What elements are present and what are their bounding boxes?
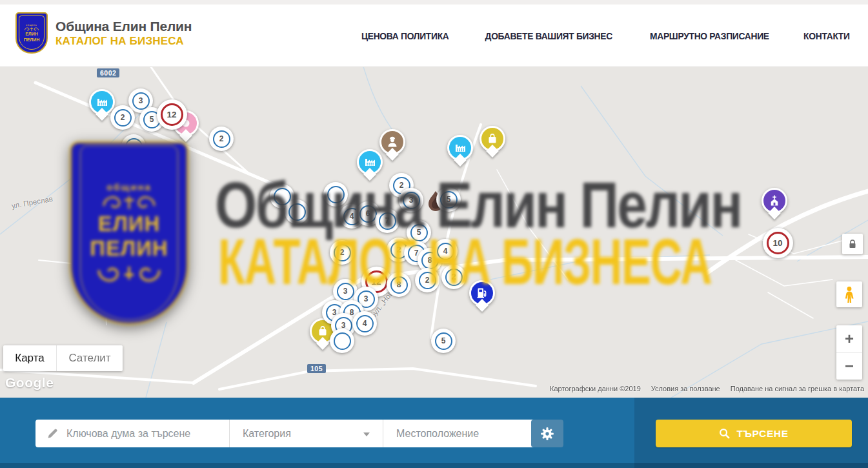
cluster-count: 2 (445, 269, 463, 286)
search-button[interactable]: ТЪРСЕНЕ (656, 420, 852, 447)
map-cluster[interactable]: 8 (387, 272, 411, 297)
site-subtitle: КАТАЛОГ НА БИЗНЕСА (56, 36, 192, 48)
search-panel: Категория Местоположение (0, 398, 868, 468)
factory-icon (453, 141, 467, 155)
search-bar: Категория Местоположение (35, 420, 560, 447)
map-cluster[interactable]: 12 (157, 99, 187, 130)
lock-icon (847, 238, 858, 250)
site-title: Община Елин Пелин (56, 19, 192, 34)
fuel-pump-icon (475, 286, 489, 300)
map[interactable]: ул. Преславбул. „Новосел 6002105 (0, 66, 868, 398)
header: община ЕЛИН ПЕЛИН Община Елин Пелин КАТА… (0, 5, 868, 67)
nav-item-contacts[interactable]: КОНТАКТИ (803, 30, 850, 41)
cluster-count: 2 (114, 109, 132, 127)
cluster-count (125, 138, 143, 156)
cluster-count: 7 (379, 212, 396, 230)
factory-icon (95, 95, 109, 109)
map-cluster[interactable]: 2 (209, 127, 234, 151)
map-cluster[interactable]: 5 (436, 187, 461, 212)
worker-icon (385, 135, 399, 149)
cluster-count: 10 (767, 232, 789, 254)
road-badge: 6002 (97, 68, 119, 77)
keyword-section (35, 420, 230, 447)
factory-pin[interactable] (357, 149, 383, 175)
cluster-count: 4 (356, 315, 374, 332)
map-cluster[interactable]: 3 (399, 188, 423, 212)
shopping-bag-pin[interactable] (479, 126, 505, 152)
map-cluster[interactable]: 4 (352, 311, 377, 336)
cluster-count: 6 (359, 205, 377, 223)
map-cluster[interactable] (330, 329, 354, 353)
map-cluster[interactable] (323, 182, 348, 207)
search-icon (719, 428, 730, 439)
cluster-count: 5 (440, 191, 458, 209)
cluster-count: 3 (337, 283, 354, 300)
map-cluster[interactable]: 2 (330, 240, 354, 265)
road-badge: 105 (307, 364, 326, 373)
cluster-count: 12 (161, 103, 183, 126)
category-select[interactable]: Категория (230, 420, 383, 447)
map-type-map-button[interactable]: Карта (3, 345, 57, 371)
map-cluster[interactable]: 4 (433, 239, 458, 263)
cluster-count (288, 203, 306, 221)
pegman-button[interactable] (836, 281, 862, 307)
fuel-pump-pin[interactable] (469, 280, 495, 306)
nav-item-pricing[interactable]: ЦЕНОВА ПОЛИТИКА (361, 30, 449, 41)
cluster-count: 2 (334, 244, 351, 261)
search-input[interactable] (65, 427, 229, 440)
map-cluster[interactable] (121, 134, 146, 159)
factory-pin[interactable] (447, 135, 473, 161)
crest-logo-icon: община ЕЛИН ПЕЛИН (15, 12, 48, 54)
map-cluster[interactable]: 5 (431, 329, 456, 353)
top-strip (0, 0, 868, 5)
cluster-count: 3 (132, 92, 150, 110)
bottom-shade (0, 463, 868, 468)
nav-item-add-business[interactable]: ДОБАВЕТЕ ВАШИЯТ БИЗНЕС (485, 30, 612, 41)
zoom-out-button[interactable]: − (836, 353, 862, 380)
cluster-count: 5 (410, 224, 428, 241)
location-select-value: Местоположение (396, 428, 479, 440)
nav-item-route-schedule[interactable]: МАРШРУТНО РАЗПИСАНИЕ (650, 30, 769, 41)
factory-pin[interactable] (89, 89, 115, 115)
attribution-terms-link[interactable]: Условия за ползване (651, 385, 720, 392)
google-logo[interactable]: Google (5, 375, 54, 391)
ornament-icon (23, 26, 40, 32)
attribution-report-link[interactable]: Подаване на сигнал за грешка в картата (731, 385, 864, 392)
map-attribution: Картографски данни ©2019 Условия за полз… (550, 385, 864, 392)
zoom-control: + − (836, 325, 862, 380)
cluster-count: 8 (390, 276, 408, 294)
search-button-label: ТЪРСЕНЕ (736, 428, 788, 440)
map-cluster[interactable]: 2 (441, 265, 466, 289)
cluster-count (334, 332, 351, 350)
zoom-in-button[interactable]: + (836, 325, 862, 353)
pencil-icon (46, 427, 59, 440)
category-select-value: Категория (243, 428, 291, 440)
logo-text: Община Елин Пелин КАТАЛОГ НА БИЗНЕСА (56, 19, 192, 48)
church-icon (767, 194, 782, 208)
map-cluster[interactable]: 7 (375, 209, 399, 233)
cluster-count (327, 186, 345, 203)
church-pin[interactable] (762, 188, 787, 214)
crest-name-1: ЕЛИН (25, 32, 38, 37)
crest-top-label: община (26, 23, 37, 26)
cluster-count: 3 (403, 192, 420, 209)
map-cluster[interactable]: 2 (110, 105, 135, 130)
pegman-icon (843, 286, 856, 303)
lock-button[interactable] (842, 234, 863, 254)
main-nav: ЦЕНОВА ПОЛИТИКА ДОБАВЕТЕ ВАШИЯТ БИЗНЕС М… (358, 5, 852, 66)
cluster-count: 4 (437, 243, 454, 260)
gear-icon (540, 427, 554, 441)
attribution-data: Картографски данни ©2019 (550, 385, 641, 392)
map-cluster[interactable] (285, 199, 309, 224)
shopping-bag-icon (485, 132, 500, 146)
crest-name-2: ПЕЛИН (24, 37, 40, 43)
cluster-count: 2 (419, 272, 436, 289)
map-cluster[interactable]: 10 (763, 228, 793, 258)
map-type-control: Карта Сателит (3, 345, 123, 371)
site-logo[interactable]: община ЕЛИН ПЕЛИН Община Елин Пелин КАТА… (15, 12, 192, 54)
shopping-bag-icon (316, 324, 330, 338)
map-type-satellite-button[interactable]: Сателит (57, 345, 123, 371)
map-cluster[interactable]: 2 (415, 268, 439, 292)
worker-pin[interactable] (379, 129, 405, 155)
advanced-settings-button[interactable] (531, 420, 563, 447)
